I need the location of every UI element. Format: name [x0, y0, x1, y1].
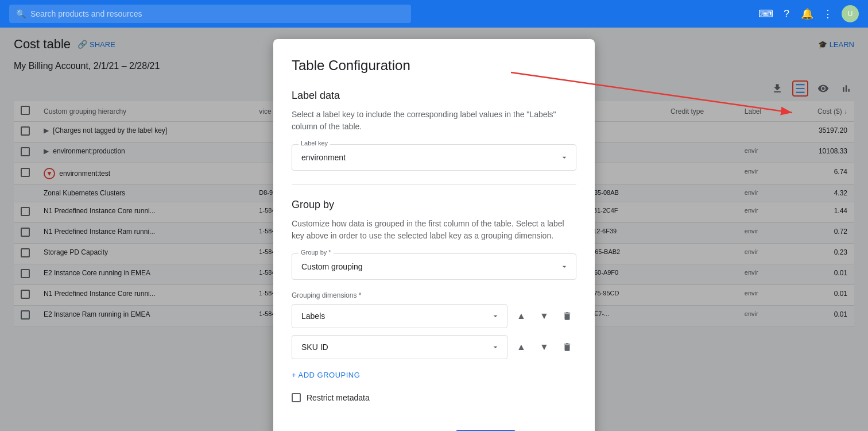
- move-down-2-button[interactable]: ▼: [535, 338, 553, 356]
- delete-2-button[interactable]: [558, 338, 576, 356]
- label-key-label: Label key: [299, 140, 330, 147]
- move-up-1-button[interactable]: ▲: [512, 307, 530, 325]
- modal-overlay: Table Configuration Label data Select a …: [0, 28, 868, 431]
- search-bar[interactable]: 🔍 Search products and resources: [9, 5, 411, 23]
- keyboard-icon[interactable]: ⌨: [759, 7, 773, 21]
- modal-title: Table Configuration: [292, 57, 576, 74]
- label-data-title: Label data: [292, 90, 576, 102]
- restrict-metadata-checkbox[interactable]: [292, 393, 301, 402]
- group-by-group: Group by * Custom grouping Label key Ser…: [292, 253, 576, 280]
- group-by-select[interactable]: Custom grouping Label key Service Projec…: [292, 253, 576, 280]
- move-down-1-button[interactable]: ▼: [535, 307, 553, 325]
- group-by-desc: Customize how data is grouped in the fir…: [292, 218, 576, 242]
- restrict-metadata-row: Restrict metadata: [292, 393, 576, 402]
- dimension-row-2: SKU ID Labels Service Project ▲ ▼: [292, 335, 576, 359]
- group-by-title: Group by: [292, 199, 576, 211]
- label-key-select[interactable]: environment app team version: [292, 144, 576, 171]
- search-icon: 🔍: [16, 9, 26, 18]
- notifications-icon[interactable]: 🔔: [800, 7, 814, 21]
- label-data-desc: Select a label key to include the corres…: [292, 109, 576, 133]
- section-divider: [292, 184, 576, 185]
- help-icon[interactable]: ?: [780, 7, 793, 21]
- modal: Table Configuration Label data Select a …: [273, 39, 595, 431]
- modal-footer: SUBMIT CLOSE: [292, 421, 576, 431]
- move-up-2-button[interactable]: ▲: [512, 338, 530, 356]
- main-layout: Cost table 🔗 SHARE 🎓 LEARN My Billing Ac…: [0, 28, 868, 431]
- delete-1-button[interactable]: [558, 307, 576, 325]
- dimension-2-select[interactable]: SKU ID Labels Service Project: [292, 335, 507, 359]
- label-key-group: Label key environment app team version: [292, 144, 576, 171]
- add-grouping-button[interactable]: + ADD GROUPING: [292, 366, 360, 384]
- dimension-1-select[interactable]: Labels Service SKU ID Project: [292, 304, 507, 328]
- grouping-dimensions-label: Grouping dimensions *: [292, 291, 576, 299]
- grouping-dimensions-section: Grouping dimensions * Labels Service SKU…: [292, 291, 576, 359]
- restrict-metadata-label: Restrict metadata: [307, 393, 370, 402]
- search-placeholder: Search products and resources: [30, 9, 142, 18]
- group-by-label: Group by *: [299, 249, 334, 256]
- top-bar: 🔍 Search products and resources ⌨ ? 🔔 ⋮ …: [0, 0, 868, 28]
- avatar[interactable]: U: [842, 5, 859, 22]
- dimension-row-1: Labels Service SKU ID Project ▲ ▼: [292, 304, 576, 328]
- more-options-icon[interactable]: ⋮: [821, 7, 835, 21]
- content-area: Cost table 🔗 SHARE 🎓 LEARN My Billing Ac…: [0, 28, 868, 431]
